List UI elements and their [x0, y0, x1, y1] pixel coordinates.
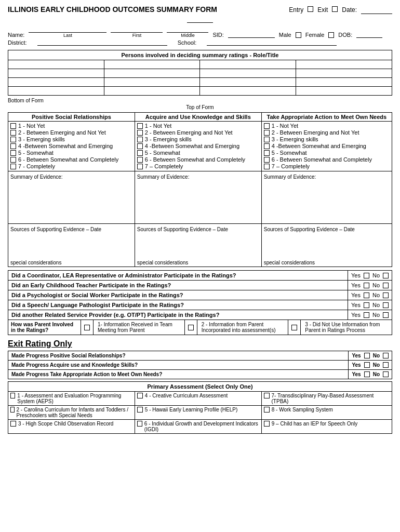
col1-cb-2[interactable]: [10, 130, 16, 136]
primary-center-2-cb[interactable]: [137, 407, 143, 413]
col1-sources-label: Sources of Supporting Evidence – Date: [10, 227, 132, 232]
person-row-3-col4[interactable]: [296, 78, 392, 87]
col2-cb-2[interactable]: [137, 130, 143, 136]
col3-cb-4[interactable]: [264, 143, 270, 149]
primary-left-1-cb[interactable]: [10, 393, 15, 398]
col2-summary-cell: Summary of Evidence:: [135, 171, 261, 224]
col3-label-1: 1 - Not Yet: [272, 123, 298, 129]
col3-cb-5[interactable]: [264, 150, 270, 156]
col3-cb-7[interactable]: [264, 164, 270, 169]
p5-no-cb[interactable]: [383, 312, 389, 318]
exit2-yes-cb[interactable]: [364, 362, 370, 368]
entry-checkbox[interactable]: [308, 6, 313, 12]
col1-sources-area[interactable]: [10, 232, 132, 258]
dob-field[interactable]: [356, 31, 382, 38]
district-field[interactable]: [37, 39, 167, 46]
person-row-3-col3[interactable]: [200, 78, 296, 87]
primary-right-3-cb[interactable]: [264, 421, 270, 427]
p1-yes-cb[interactable]: [364, 273, 369, 278]
parent-option3-cb[interactable]: [291, 325, 297, 330]
col3-sources-area[interactable]: [264, 232, 390, 258]
col3-item-5: 5 - Somewhat: [264, 150, 390, 156]
col2-cb-7[interactable]: [137, 164, 143, 169]
parent-cb2-area: [185, 320, 197, 335]
col2-cb-5[interactable]: [137, 150, 143, 156]
col1-item-2: 2 - Between Emerging and Not Yet: [10, 129, 132, 136]
school-field[interactable]: [207, 39, 337, 46]
district-label: District:: [8, 39, 27, 46]
person-row-1-col2[interactable]: [104, 60, 200, 69]
date-field[interactable]: [361, 6, 392, 14]
p4-no-cb[interactable]: [383, 302, 389, 308]
col1-cb-1[interactable]: [10, 123, 16, 129]
col1-label-6: 6 - Between Somewhat and Completely: [18, 156, 118, 163]
bottom-of-form: Bottom of Form: [8, 98, 392, 103]
col2-cb-3[interactable]: [137, 137, 143, 142]
p2-yes-cb[interactable]: [364, 283, 369, 288]
col1-cb-4[interactable]: [10, 143, 16, 149]
participation-row-4: Did a Speech/ Language Pathologist Parti…: [8, 300, 392, 310]
col1-cb-5[interactable]: [10, 150, 16, 156]
person-row-4-col4[interactable]: [296, 87, 392, 96]
col2-special-label: special considerations: [137, 260, 259, 265]
col2-summary-area[interactable]: [137, 181, 259, 222]
exit3-no-cb[interactable]: [383, 371, 389, 377]
primary-left-2-cb[interactable]: [10, 407, 15, 413]
middle-name-field[interactable]: [167, 26, 208, 33]
primary-center-2: 5 - Hawaii Early Learning Profile (HELP): [135, 406, 261, 420]
male-checkbox[interactable]: [296, 32, 301, 38]
col3-cb-3[interactable]: [264, 137, 270, 142]
col3-cb-2[interactable]: [264, 130, 270, 136]
p1-no-cb[interactable]: [383, 273, 389, 278]
col3-cb-1[interactable]: [264, 123, 270, 129]
sid-field[interactable]: [228, 31, 275, 38]
col1-summary-area[interactable]: [10, 181, 132, 222]
primary-right-2-cb[interactable]: [264, 407, 270, 413]
last-name-field[interactable]: [29, 26, 106, 33]
exit1-no-cb[interactable]: [383, 353, 389, 358]
exit-checkbox[interactable]: [332, 6, 338, 12]
parent-option1-cb[interactable]: [84, 325, 90, 330]
col1-cb-7[interactable]: [10, 164, 16, 169]
person-row-4-col1[interactable]: [8, 87, 104, 96]
col3-summary-label: Summary of Evidence:: [264, 174, 390, 180]
person-row-2-col3[interactable]: [200, 69, 296, 78]
parent-option2-cb[interactable]: [188, 325, 194, 330]
col2-cb-6[interactable]: [137, 157, 143, 163]
person-row-1-col3[interactable]: [200, 60, 296, 69]
col2-cb-4[interactable]: [137, 143, 143, 149]
col2-sources-area[interactable]: [137, 232, 259, 258]
exit2-no-cb[interactable]: [383, 362, 389, 368]
first-name-field[interactable]: [111, 26, 163, 33]
female-checkbox[interactable]: [328, 32, 334, 38]
parent-label: How was Parent Involved in the Ratings?: [8, 320, 81, 335]
person-row-3-col2[interactable]: [104, 78, 200, 87]
person-row-4-col3[interactable]: [200, 87, 296, 96]
exit1-yes-cb[interactable]: [364, 353, 370, 358]
col3-item-7: 7 – Completely: [264, 163, 390, 169]
col1-item-4: 4 -Between Somewhat and Emerging: [10, 143, 132, 149]
col3-cb-6[interactable]: [264, 157, 270, 163]
primary-left-3-cb[interactable]: [10, 421, 16, 427]
p5-yes-cb[interactable]: [364, 312, 369, 318]
p3-yes-cb[interactable]: [364, 292, 369, 298]
col2-cb-1[interactable]: [137, 123, 143, 129]
person-row-1-col1[interactable]: [8, 60, 104, 69]
primary-right-1-cb[interactable]: [264, 393, 270, 398]
col1-cb-3[interactable]: [10, 137, 16, 142]
p4-yes-cb[interactable]: [364, 302, 369, 308]
primary-center-3-cb[interactable]: [137, 421, 142, 427]
p3-no-cb[interactable]: [383, 292, 389, 298]
person-row-2-col1[interactable]: [8, 69, 104, 78]
p2-no-cb[interactable]: [383, 283, 389, 288]
col1-cb-6[interactable]: [10, 157, 16, 163]
person-row-4-col2[interactable]: [104, 87, 200, 96]
person-row-1-col4[interactable]: [296, 60, 392, 69]
col3-summary-area[interactable]: [264, 181, 390, 222]
person-row-2-col4[interactable]: [296, 69, 392, 78]
person-row-3-col1[interactable]: [8, 78, 104, 87]
exit3-yes-cb[interactable]: [364, 371, 370, 377]
person-row-2-col2[interactable]: [104, 69, 200, 78]
ratings-table: Positive Social Relationships Acquire an…: [8, 112, 392, 267]
primary-center-1-cb[interactable]: [137, 393, 143, 398]
